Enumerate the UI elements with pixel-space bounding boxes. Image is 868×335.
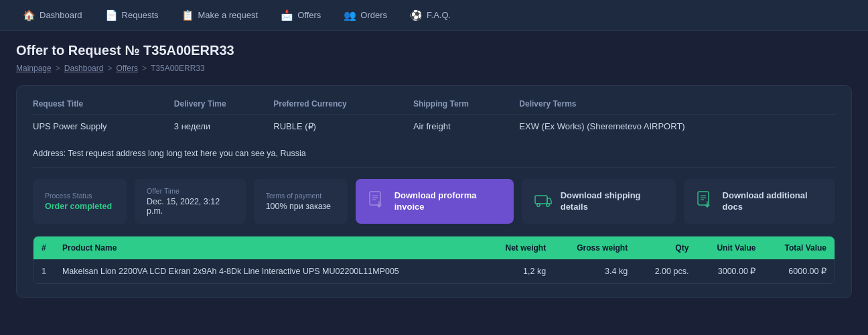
col-request-title: Request Title — [33, 99, 174, 115]
breadcrumb: Mainpage > Dashboard > Offers > T35A00ER… — [16, 64, 852, 73]
nav-make-request[interactable]: 📋 Make a request — [172, 5, 268, 25]
cell-gross: 3.4 kg — [554, 259, 636, 283]
address-value: Test request address long long text here… — [68, 149, 306, 158]
nav-requests[interactable]: 📄 Requests — [96, 5, 168, 25]
val-currency: RUBLE (₽) — [273, 115, 413, 132]
col-shipping-term: Shipping Term — [413, 99, 519, 115]
nav-offers[interactable]: 📩 Offers — [271, 5, 330, 25]
process-status-label: Process Status — [45, 192, 115, 200]
data-table: # Product Name Net weight Gross weight Q… — [33, 237, 835, 283]
process-status-value: Order completed — [45, 202, 115, 211]
cell-net: 1,2 kg — [485, 259, 554, 283]
th-product: Product Name — [54, 237, 485, 259]
nav-offers-label: Offers — [297, 10, 321, 20]
dashboard-icon: 🏠 — [23, 9, 35, 21]
breadcrumb-sep-1: > — [56, 64, 60, 73]
breadcrumb-sep-2: > — [107, 64, 112, 73]
cell-qty: 2.00 pcs. — [636, 259, 697, 283]
data-table-wrap: # Product Name Net weight Gross weight Q… — [33, 236, 835, 284]
payment-value: 100% при заказе — [266, 202, 336, 211]
cell-product: Makelsan Lion 2200VA LCD Ekran 2x9Ah 4-8… — [54, 259, 485, 283]
navbar: 🏠 Dashboard 📄 Requests 📋 Make a request … — [0, 0, 868, 31]
actions-row: Process Status Order completed Offer Tim… — [33, 179, 835, 224]
col-currency: Preferred Currency — [273, 99, 413, 115]
offer-time-value: Dec. 15, 2022, 3:12 p.m. — [147, 197, 234, 216]
page-title: Offer to Request № T35A00ERR33 — [16, 43, 852, 58]
nav-orders-label: Orders — [360, 10, 387, 20]
th-total: Total Value — [764, 237, 835, 259]
breadcrumb-dashboard[interactable]: Dashboard — [64, 64, 104, 73]
address-row: Address: Test request address long long … — [33, 142, 835, 168]
th-qty: Qty — [636, 237, 697, 259]
th-num: # — [33, 237, 54, 259]
nav-faq[interactable]: ⚽ F.A.Q. — [401, 5, 460, 25]
th-unit: Unit Value — [697, 237, 764, 259]
offer-time-label: Offer Time — [147, 187, 234, 195]
main-content: Offer to Request № T35A00ERR33 Mainpage … — [0, 31, 868, 310]
val-request-title: UPS Power Supply — [33, 115, 174, 132]
val-shipping-term: Air freight — [413, 115, 519, 132]
nav-dashboard[interactable]: 🏠 Dashboard — [13, 5, 92, 25]
nav-requests-label: Requests — [122, 10, 159, 20]
address-label: Address: — [33, 149, 66, 158]
svg-point-5 — [536, 203, 539, 206]
cell-num: 1 — [33, 259, 54, 283]
process-status-block: Process Status Order completed — [33, 179, 127, 224]
orders-icon: 👥 — [344, 9, 356, 21]
breadcrumb-sep-3: > — [142, 64, 147, 73]
svg-rect-4 — [535, 196, 547, 204]
cell-unit: 3000.00 ₽ — [697, 259, 764, 283]
nav-make-request-label: Make a request — [198, 10, 259, 20]
breadcrumb-current: T35A00ERR33 — [151, 64, 205, 73]
nav-faq-label: F.A.Q. — [427, 10, 451, 20]
val-delivery-terms: EXW (Ex Works) (Sheremetevo AIRPORT) — [519, 115, 835, 132]
payment-block: Terms of payment 100% при заказе — [254, 179, 348, 224]
col-delivery-time: Delivery Time — [174, 99, 273, 115]
cell-total: 6000.00 ₽ — [764, 259, 835, 283]
table-row: 1 Makelsan Lion 2200VA LCD Ekran 2x9Ah 4… — [33, 259, 835, 283]
download-proforma-button[interactable]: Download proforma invoice — [356, 179, 514, 224]
download-shipping-button[interactable]: Download shipping details — [522, 179, 676, 224]
download-docs-button[interactable]: Download additional docs — [684, 179, 835, 224]
col-delivery-terms: Delivery Terms — [519, 99, 835, 115]
svg-point-6 — [546, 203, 549, 206]
main-card: Request Title Delivery Time Preferred Cu… — [16, 85, 852, 298]
proforma-btn-label: Download proforma invoice — [394, 190, 502, 213]
th-gross: Gross weight — [554, 237, 636, 259]
shipping-btn-label: Download shipping details — [561, 190, 664, 213]
proforma-icon — [368, 190, 386, 213]
make-request-icon: 📋 — [182, 9, 194, 21]
offer-time-block: Offer Time Dec. 15, 2022, 3:12 p.m. — [135, 179, 246, 224]
docs-icon — [696, 190, 715, 213]
faq-icon: ⚽ — [410, 9, 423, 21]
payment-label: Terms of payment — [266, 192, 336, 200]
breadcrumb-mainpage[interactable]: Mainpage — [16, 64, 52, 73]
breadcrumb-offers[interactable]: Offers — [116, 64, 137, 73]
nav-dashboard-label: Dashboard — [40, 10, 82, 20]
shipping-icon — [534, 190, 553, 213]
info-table: Request Title Delivery Time Preferred Cu… — [33, 99, 835, 131]
docs-btn-label: Download additional docs — [723, 190, 823, 213]
val-delivery-time: 3 недели — [174, 115, 273, 132]
nav-orders[interactable]: 👥 Orders — [334, 5, 396, 25]
requests-icon: 📄 — [105, 9, 118, 21]
offers-icon: 📩 — [281, 9, 293, 21]
th-net: Net weight — [485, 237, 554, 259]
